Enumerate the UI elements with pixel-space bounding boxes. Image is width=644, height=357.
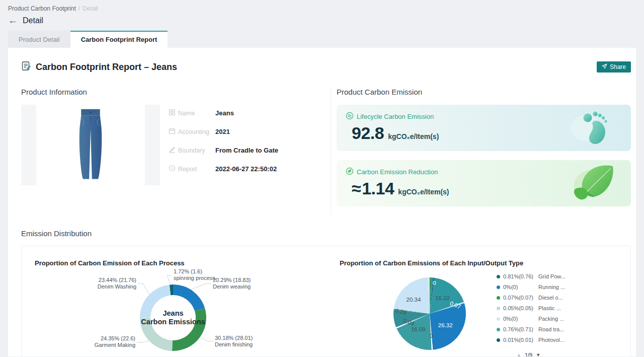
legend-item-name: Plastic ... <box>538 305 561 312</box>
pie-slice-label: 26.32 <box>438 322 453 328</box>
pen-icon <box>169 146 176 155</box>
share-button-label: Share <box>610 63 626 70</box>
donut-callout-label: 30.18% (28.01)Denim finishing <box>215 335 253 348</box>
product-information-title: Product Information <box>21 88 331 96</box>
legend-item[interactable]: 0%(0)Running ... <box>497 283 566 291</box>
legend-item-name: Photovol... <box>538 336 565 343</box>
emission-reduction-unit: kgCO₂e/Item(s) <box>398 188 449 196</box>
pie-slice-label: 16.09 <box>411 326 426 332</box>
breadcrumb: Product Carbon Footprint/Detail <box>8 5 636 12</box>
product-carbon-emission-title: Product Carbon Emission <box>337 88 631 96</box>
product-image-carousel <box>21 105 160 185</box>
legend-item-value: 0%(0) <box>503 283 538 291</box>
emission-reduction-card: Carbon Emission Reduction ≈ 1.14 kgCO₂e/… <box>337 160 631 206</box>
carousel-prev[interactable] <box>21 105 36 185</box>
donut-callout-label: 23.44% (21.76)Denim Washing <box>98 277 136 290</box>
breadcrumb-current: Detail <box>83 5 98 12</box>
field-boundary: Boundary From Cradle to Gate <box>169 146 278 155</box>
donut-center-label: JeansCarbon Emissions <box>133 309 213 326</box>
clock-icon <box>169 165 176 173</box>
field-name-label: Name <box>178 110 195 117</box>
legend-item-name: Grid Pow... <box>538 273 566 280</box>
tab-bar: Product Detail Carbon Footprint Report <box>8 31 636 48</box>
legend-dot-icon <box>497 275 500 278</box>
report-title: Carbon Footprint Report – Jeans <box>36 62 177 73</box>
donut-callout-label: 20.29% (18.83)Denim weaving <box>213 277 251 290</box>
send-icon <box>602 63 607 70</box>
calendar-icon <box>169 127 176 136</box>
leaf-badge-icon <box>346 167 354 177</box>
tab-carbon-footprint-report[interactable]: Carbon Footprint Report <box>70 31 168 48</box>
legend-page-label: 1/9 <box>525 352 532 356</box>
legend-dot-icon <box>497 296 500 300</box>
carousel-next[interactable] <box>145 105 160 185</box>
field-name: Name Jeans <box>169 109 278 117</box>
share-button[interactable]: Share <box>597 61 631 73</box>
donut-callout-label: 1.72% (1.6)spinning process <box>174 268 215 281</box>
pie-slice-label: 0 <box>430 333 433 339</box>
lifecycle-emission-value: 92.8 <box>352 123 384 143</box>
field-report-value: 2022-06-27 22:50:02 <box>215 165 277 173</box>
approx-symbol: ≈ <box>352 179 361 198</box>
legend-item-value: 0.81%(0.76) <box>503 273 538 280</box>
top-bar: Product Carbon Footprint/Detail ← Detail <box>0 0 644 25</box>
legend-pagination: ▲ 1/9 ▼ <box>517 352 540 356</box>
emission-distribution-card: Proportion of Carbon Emission of Each Pr… <box>21 246 631 356</box>
lifecycle-emission-card: Lifecycle Carbon Emission 92.8 kgCO₂e/It… <box>337 105 631 151</box>
legend-item[interactable]: 0.07%(0.07)Diesel o... <box>497 294 566 301</box>
lifecycle-emission-unit: kgCO₂e/Item(s) <box>388 132 439 140</box>
field-boundary-label: Boundary <box>178 147 205 154</box>
pie-slice-label: 20.34 <box>407 297 421 303</box>
product-information-section: Product Information <box>21 88 331 216</box>
emission-reduction-value: 1.14 <box>362 179 394 198</box>
field-report-label: Report <box>178 166 197 173</box>
legend-item[interactable]: 0.01%(0.01)Photovol... <box>497 336 566 343</box>
legend-item-name: Running ... <box>538 283 565 291</box>
io-type-pie-chart: Proportion of Carbon Emissions of Each I… <box>327 246 630 356</box>
legend-item[interactable]: 0%(0)Packing ... <box>497 315 566 322</box>
legend-page-down-icon[interactable]: ▼ <box>536 352 540 356</box>
page-title: Detail <box>23 16 43 25</box>
legend-item-value: 0.76%(0.71) <box>503 326 538 333</box>
breadcrumb-separator: / <box>78 5 80 12</box>
field-boundary-value: From Cradle to Gate <box>215 147 278 154</box>
breadcrumb-root[interactable]: Product Carbon Footprint <box>8 5 76 12</box>
legend-dot-icon <box>497 328 500 331</box>
legend-item[interactable]: 0.81%(0.76)Grid Pow... <box>497 273 566 280</box>
field-accounting-value: 2021 <box>215 128 230 135</box>
process-donut-chart: Proportion of Carbon Emission of Each Pr… <box>22 246 327 356</box>
legend-item-value: 0.01%(0.01) <box>503 336 538 343</box>
legend-item-name: Diesel o... <box>538 294 563 301</box>
product-image-jeans <box>65 106 116 184</box>
pie-slice-label: 0 <box>433 280 436 286</box>
legend-page-up-icon[interactable]: ▲ <box>517 352 521 356</box>
legend-dot-icon <box>497 317 500 321</box>
grid-icon <box>169 109 176 117</box>
footprint-graphic <box>571 108 617 151</box>
report-document-icon <box>21 61 31 73</box>
donut-callout-label: 24.35% (22.6)Garment Making <box>95 335 135 348</box>
product-carbon-emission-section: Product Carbon Emission Lifecycle Carbon… <box>331 88 631 216</box>
tab-product-detail[interactable]: Product Detail <box>8 31 70 48</box>
legend-item[interactable]: 0.05%(0.05)Plastic ... <box>497 305 566 312</box>
leaf-graphic <box>567 163 617 206</box>
lifecycle-emission-label: Lifecycle Carbon Emission <box>357 113 434 120</box>
field-report: Report 2022-06-27 22:50:02 <box>169 165 278 173</box>
legend-item-name: Packing ... <box>538 315 564 322</box>
legend-item-value: 0%(0) <box>503 315 538 322</box>
pie-legend: 0.81%(0.76)Grid Pow...0%(0)Running ...0.… <box>497 273 566 347</box>
content-panel: Carbon Footprint Report – Jeans Share Pr… <box>8 48 636 356</box>
legend-dot-icon <box>497 338 500 342</box>
field-name-value: Jeans <box>215 109 234 117</box>
emission-distribution-title: Emission Distribution <box>21 229 631 238</box>
legend-item-name: Road tra... <box>538 326 564 333</box>
waves-badge-icon <box>346 112 354 121</box>
pie-slice-label: 16.32 <box>435 295 450 301</box>
field-accounting-label: Accounting <box>178 128 209 135</box>
back-arrow-icon[interactable]: ← <box>8 16 18 25</box>
legend-item[interactable]: 0.76%(0.71)Road tra... <box>497 326 566 333</box>
legend-item-value: 0.07%(0.07) <box>503 294 538 301</box>
field-accounting: Accounting 2021 <box>169 127 278 136</box>
legend-dot-icon <box>497 285 500 289</box>
legend-item-value: 0.05%(0.05) <box>503 305 538 312</box>
